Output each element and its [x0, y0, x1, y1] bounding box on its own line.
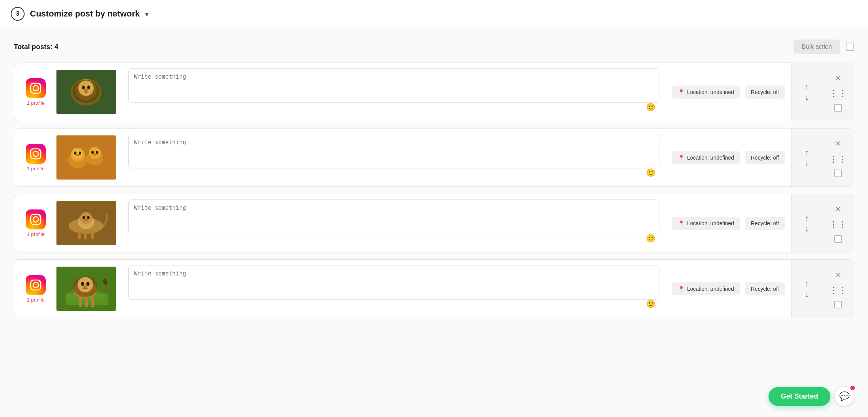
post-meta: 📍 Location: undefined Recycle: off — [666, 129, 791, 186]
move-down-button-1[interactable]: ↓ — [802, 92, 812, 103]
select-all-checkbox[interactable] — [846, 43, 854, 51]
recycle-button-2[interactable]: Recycle: off — [745, 151, 785, 164]
post-image-1 — [56, 70, 116, 114]
location-button-3[interactable]: 📍 Location: undefined — [672, 217, 740, 230]
post-checkbox-1[interactable] — [834, 104, 842, 112]
textarea-container: 🙂 — [128, 134, 659, 181]
svg-point-45 — [83, 217, 84, 218]
location-button-4[interactable]: 📍 Location: undefined — [672, 282, 740, 295]
post-card: 1 profile — [14, 128, 854, 187]
svg-point-54 — [39, 280, 40, 282]
svg-point-60 — [78, 277, 93, 292]
card-right-controls: × ⋮⋮ — [822, 129, 854, 186]
recycle-button-1[interactable]: Recycle: off — [745, 86, 785, 99]
move-down-button-3[interactable]: ↓ — [802, 223, 812, 234]
svg-point-18 — [39, 149, 40, 151]
instagram-icon — [26, 275, 46, 295]
svg-point-42 — [80, 212, 92, 224]
svg-rect-66 — [79, 297, 82, 307]
post-image-3 — [56, 201, 116, 245]
delete-button-4[interactable]: × — [833, 269, 843, 280]
pin-icon: 📍 — [678, 286, 684, 292]
move-down-button-2[interactable]: ↓ — [802, 158, 812, 168]
chat-button-wrap: 💬 — [834, 386, 854, 406]
get-started-float: Get Started 💬 — [769, 386, 854, 406]
post-textarea-wrap: 🙂 — [122, 129, 666, 186]
recycle-button-4[interactable]: Recycle: off — [745, 282, 785, 295]
svg-rect-51 — [26, 275, 46, 295]
profile-label: 1 profile — [27, 297, 45, 303]
svg-point-46 — [88, 217, 89, 218]
svg-point-63 — [82, 283, 83, 285]
instagram-icon — [26, 78, 46, 98]
svg-point-14 — [84, 89, 88, 92]
header: 3 Customize post by network ▾ — [0, 0, 868, 28]
post-checkbox-2[interactable] — [834, 170, 842, 177]
post-card-actions: ↑ ↓ — [791, 129, 822, 186]
profile-icon-wrap: 1 profile — [20, 209, 51, 237]
emoji-icon[interactable]: 🙂 — [646, 234, 656, 243]
post-card-left: 1 profile — [14, 260, 122, 318]
more-options-button-4[interactable]: ⋮⋮ — [828, 284, 848, 297]
move-down-button-4[interactable]: ↓ — [802, 289, 812, 300]
post-card-left: 1 profile — [14, 129, 122, 186]
post-textarea-wrap: 🙂 — [122, 260, 666, 318]
post-card-actions: ↑ ↓ — [791, 63, 822, 121]
svg-point-26 — [80, 153, 81, 154]
profile-label: 1 profile — [27, 100, 45, 106]
post-card: 1 profile — [14, 63, 854, 121]
svg-rect-48 — [78, 231, 81, 239]
post-textarea-3[interactable] — [128, 199, 659, 234]
pin-icon: 📍 — [678, 89, 684, 95]
emoji-icon[interactable]: 🙂 — [646, 102, 656, 112]
card-right-controls: × ⋮⋮ — [822, 260, 854, 318]
delete-button-1[interactable]: × — [833, 73, 843, 83]
more-options-button-3[interactable]: ⋮⋮ — [828, 218, 848, 231]
instagram-icon — [26, 209, 46, 229]
notification-dot — [850, 386, 855, 390]
total-posts-label: Total posts: 4 — [14, 43, 58, 51]
bulk-action-button[interactable]: Bulk action — [793, 40, 840, 54]
post-textarea-1[interactable] — [128, 68, 659, 103]
profile-label: 1 profile — [27, 166, 45, 171]
profile-label: 1 profile — [27, 231, 45, 237]
svg-point-34 — [93, 153, 97, 156]
chevron-down-icon[interactable]: ▾ — [145, 11, 148, 18]
emoji-icon[interactable]: 🙂 — [646, 168, 656, 177]
svg-point-32 — [92, 152, 93, 153]
svg-point-33 — [97, 152, 98, 153]
delete-button-3[interactable]: × — [833, 204, 843, 214]
svg-point-64 — [87, 283, 89, 285]
svg-point-12 — [83, 87, 84, 88]
move-up-button-1[interactable]: ↑ — [802, 81, 812, 92]
chat-icon: 💬 — [839, 391, 850, 401]
svg-point-3 — [39, 84, 40, 85]
post-textarea-wrap: 🙂 — [122, 63, 666, 121]
svg-point-9 — [78, 81, 94, 96]
post-meta: 📍 Location: undefined Recycle: off — [666, 260, 791, 318]
delete-button-2[interactable]: × — [833, 138, 843, 149]
post-meta: 📍 Location: undefined Recycle: off — [666, 194, 791, 252]
more-options-button-2[interactable]: ⋮⋮ — [828, 153, 848, 166]
location-button-1[interactable]: 📍 Location: undefined — [672, 86, 740, 99]
svg-point-65 — [83, 285, 88, 288]
svg-rect-49 — [84, 231, 87, 239]
post-textarea-2[interactable] — [128, 134, 659, 168]
more-options-button-1[interactable]: ⋮⋮ — [828, 87, 848, 100]
svg-rect-15 — [26, 144, 46, 164]
pin-icon: 📍 — [678, 220, 684, 226]
instagram-icon — [26, 144, 46, 164]
post-textarea-4[interactable] — [128, 265, 659, 300]
svg-rect-67 — [85, 297, 88, 307]
svg-rect-0 — [26, 78, 46, 98]
location-button-2[interactable]: 📍 Location: undefined — [672, 151, 740, 164]
post-textarea-wrap: 🙂 — [122, 194, 666, 252]
move-up-button-4[interactable]: ↑ — [802, 278, 812, 289]
get-started-button[interactable]: Get Started — [769, 387, 830, 406]
recycle-button-3[interactable]: Recycle: off — [745, 217, 785, 230]
move-up-button-2[interactable]: ↑ — [802, 147, 812, 158]
post-checkbox-3[interactable] — [834, 235, 842, 243]
emoji-icon[interactable]: 🙂 — [646, 299, 656, 308]
post-checkbox-4[interactable] — [834, 301, 842, 308]
move-up-button-3[interactable]: ↑ — [802, 213, 812, 223]
